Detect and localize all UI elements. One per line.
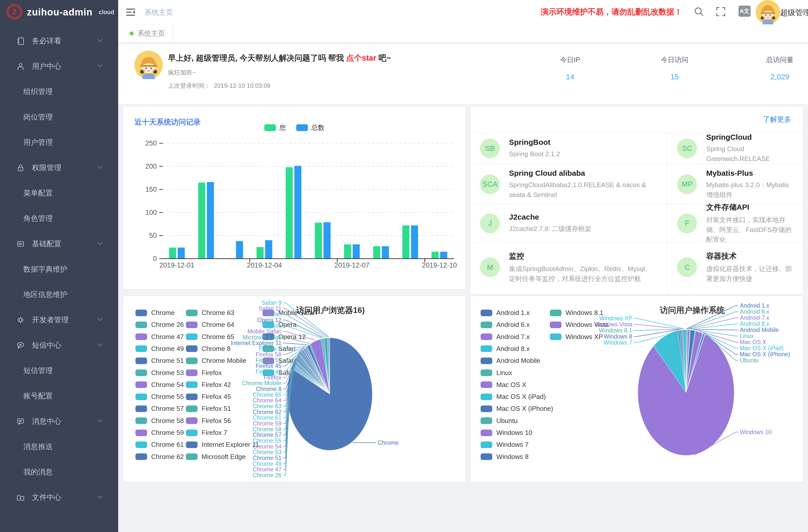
pie-legend-firefox[interactable]: Firefox — [186, 369, 222, 377]
sidebar-item-6[interactable]: 消息中心 — [0, 409, 118, 434]
svg-text:2019-12-01: 2019-12-01 — [159, 261, 194, 269]
sidebar-subitem-2-0[interactable]: 菜单配置 — [0, 181, 118, 206]
sidebar-subitem-1-1[interactable]: 岗位管理 — [0, 105, 118, 130]
pie-legend-mac-os-x-ipad-[interactable]: Mac OS X (iPad) — [481, 393, 546, 401]
sidebar-item-label: 用户中心 — [32, 61, 61, 72]
pie-legend-chrome-62[interactable]: Chrome 62 — [135, 453, 184, 461]
pie-legend-android-8-x[interactable]: Android 8.x — [481, 345, 530, 353]
sidebar-subitem-label: 地区信息维护 — [23, 290, 68, 300]
sidebar-item-label: 文件中心 — [32, 492, 61, 502]
pie-legend-microsoft-edge[interactable]: Microsoft Edge — [186, 453, 245, 461]
app-title-suffix: cloud — [99, 9, 114, 16]
pie-legend-android-7-x[interactable]: Android 7.x — [481, 333, 530, 341]
pie-legend-chrome-58[interactable]: Chrome 58 — [135, 417, 184, 425]
pie-legend-chrome-65[interactable]: Chrome 65 — [186, 333, 234, 341]
pie-legend-chrome-53[interactable]: Chrome 53 — [135, 369, 184, 377]
svg-text:Chrome 63: Chrome 63 — [253, 403, 281, 409]
collapse-sidebar-icon[interactable] — [126, 7, 136, 18]
star-link[interactable]: 点个star — [346, 54, 377, 62]
bar-legend-item-1[interactable]: 总数 — [296, 123, 325, 132]
fullscreen-icon[interactable] — [715, 6, 726, 18]
sidebar-subitem-1-2[interactable]: 用户管理 — [0, 130, 118, 155]
pie-legend-windows-xp[interactable]: Windows XP — [550, 333, 603, 341]
pie-legend-opera[interactable]: Opera — [262, 321, 296, 329]
pie-legend-android-mobile[interactable]: Android Mobile — [481, 357, 540, 365]
sidebar-subitem-6-1[interactable]: 我的消息 — [0, 459, 118, 485]
pie-legend-firefox-42[interactable]: Firefox 42 — [186, 381, 231, 389]
sidebar-subitem-1-0[interactable]: 组织管理 — [0, 79, 118, 105]
svg-text:Linux: Linux — [740, 333, 754, 339]
pie-legend-chrome-mobile[interactable]: Chrome Mobile — [186, 357, 246, 365]
sidebar-item-1[interactable]: 用户中心 — [0, 54, 118, 79]
sidebar-subitem-5-0[interactable]: 短信管理 — [0, 358, 118, 383]
tab-system-home[interactable]: 系统主页 — [118, 24, 173, 42]
lock-icon — [16, 164, 25, 172]
pie-legend-chrome-54[interactable]: Chrome 54 — [135, 381, 184, 389]
svg-text:Windows 10: Windows 10 — [740, 429, 771, 435]
pie-legend-windows-8-1[interactable]: Windows 8.1 — [550, 309, 603, 317]
pie-legend-windows-vista[interactable]: Windows Vista — [550, 321, 609, 329]
greeting-text: 早上好, 超级管理员, 今天帮别人解决问题了吗 帮我 点个star 吧~ — [168, 53, 391, 63]
welcome-avatar — [134, 51, 163, 79]
sidebar-subitem-2-1[interactable]: 角色管理 — [0, 206, 118, 231]
pie-legend-android-6-x[interactable]: Android 6.x — [481, 321, 530, 329]
sidebar-subitem-label: 菜单配置 — [23, 188, 53, 198]
sidebar-subitem-6-0[interactable]: 消息推送 — [0, 434, 118, 459]
mood-text: 疯狂加班~ — [168, 69, 196, 77]
pie-legend-windows-10[interactable]: Windows 10 — [481, 429, 532, 437]
pie-legend-chrome-47[interactable]: Chrome 47 — [135, 333, 184, 341]
pie-legend-firefox-45[interactable]: Firefox 45 — [186, 393, 231, 401]
pie-legend-linux[interactable]: Linux — [481, 369, 512, 377]
language-icon[interactable]: A文 — [738, 5, 751, 17]
breadcrumb: 系统主页 — [145, 7, 173, 17]
user-avatar[interactable] — [756, 0, 780, 24]
pie-legend-chrome-55[interactable]: Chrome 55 — [135, 393, 184, 401]
pie-legend-mac-os-x-iphone-[interactable]: Mac OS X (iPhone) — [481, 405, 553, 412]
sidebar-item-7[interactable]: 文件中心 — [0, 485, 118, 510]
svg-text:Chrome: Chrome — [378, 439, 399, 446]
logo[interactable]: Z zuihou-admin cloud — [0, 0, 118, 24]
pie-legend-windows-7[interactable]: Windows 7 — [481, 441, 529, 448]
pie-legend-internet-explorer-11[interactable]: Internet Explorer 11 — [186, 441, 259, 448]
sidebar-subitem-label: 角色管理 — [23, 214, 53, 224]
bar-legend-item-0[interactable]: 您 — [264, 123, 286, 132]
current-user-name[interactable]: 超级管理员 — [780, 7, 808, 18]
pie-legend-chrome-26[interactable]: Chrome 26 — [135, 321, 184, 329]
welcome-panel: 早上好, 超级管理员, 今天帮别人解决问题了吗 帮我 点个star 吧~ 疯狂加… — [118, 44, 808, 104]
framework-title: 监控 — [509, 251, 657, 261]
sidebar-subitem-3-0[interactable]: 数据字典维护 — [0, 257, 118, 282]
pie-legend-chrome-51[interactable]: Chrome 51 — [135, 357, 184, 365]
pie-legend-safari-11[interactable]: Safari 11 — [262, 357, 304, 365]
pie-legend-safari-9[interactable]: Safari 9 — [262, 369, 301, 377]
pie-legend-chrome[interactable]: Chrome — [135, 309, 175, 317]
pie-legend-chrome-59[interactable]: Chrome 59 — [135, 429, 184, 437]
pie-legend-firefox-51[interactable]: Firefox 51 — [186, 405, 231, 412]
sidebar-item-5[interactable]: 短信中心 — [0, 333, 118, 358]
sms-icon — [16, 341, 25, 350]
pie-legend-chrome-49[interactable]: Chrome 49 — [135, 345, 184, 353]
pie-legend-chrome-61[interactable]: Chrome 61 — [135, 441, 184, 448]
pie-legend-chrome-57[interactable]: Chrome 57 — [135, 405, 184, 412]
pie-legend-chrome-8[interactable]: Chrome 8 — [186, 345, 231, 353]
pie-legend-safari[interactable]: Safari — [262, 345, 295, 353]
sidebar-item-3[interactable]: 基础配置 — [0, 231, 118, 257]
sidebar-item-2[interactable]: 权限管理 — [0, 155, 118, 181]
pie-legend-ubuntu[interactable]: Ubuntu — [481, 417, 518, 425]
pie-legend-windows-8[interactable]: Windows 8 — [481, 453, 529, 461]
pie-legend-android-1-x[interactable]: Android 1.x — [481, 309, 530, 317]
pie-legend-mac-os-x[interactable]: Mac OS X — [481, 381, 526, 389]
sidebar-subitem-3-1[interactable]: 地区信息维护 — [0, 282, 118, 307]
chevron-down-icon — [97, 39, 103, 42]
framework-card-j: JJ2cacheJ2cache2.7.8: 二级缓存框架 — [471, 204, 667, 242]
learn-more-link[interactable]: 了解更多 — [763, 115, 791, 124]
sidebar-subitem-5-1[interactable]: 账号配置 — [0, 383, 118, 409]
pie-legend-opera-12[interactable]: Opera 12 — [262, 333, 306, 341]
pie-legend-chrome-64[interactable]: Chrome 64 — [186, 321, 234, 329]
search-icon[interactable] — [693, 6, 704, 18]
sidebar-item-4[interactable]: 开发者管理 — [0, 307, 118, 333]
pie-legend-firefox-56[interactable]: Firefox 56 — [186, 417, 231, 425]
sidebar-item-0[interactable]: 务必详看 — [0, 29, 118, 54]
pie-legend-firefox-7[interactable]: Firefox 7 — [186, 429, 227, 437]
pie-legend-chrome-63[interactable]: Chrome 63 — [186, 309, 234, 317]
framework-card-c: C容器技术虚拟化容器技术，让迁移、部署更加方便快捷 — [667, 242, 803, 292]
